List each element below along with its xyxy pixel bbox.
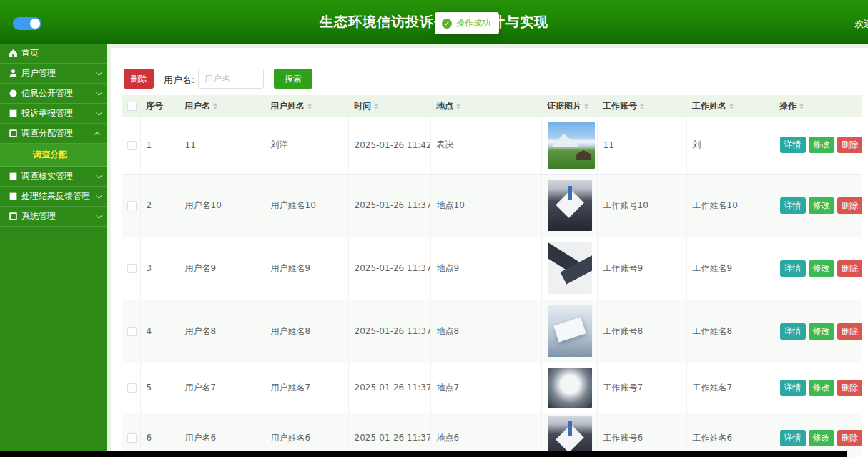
sort-carets-icon[interactable]	[456, 103, 460, 109]
cell-work_name: 工作姓名8	[686, 300, 774, 363]
column-header[interactable]: 用户名	[179, 95, 265, 117]
chevron-down-icon	[96, 172, 102, 178]
detail-button[interactable]: 详情	[780, 197, 806, 214]
delete-button[interactable]: 删除	[837, 197, 862, 214]
cell-place: 表决	[430, 117, 541, 174]
edit-button[interactable]: 修改	[809, 380, 834, 396]
sidebar-item[interactable]: 首页	[0, 44, 107, 64]
users-table: 序号用户名用户姓名时间地点证据图片工作账号工作姓名操作 111刘洋2025-01…	[122, 95, 862, 457]
table-row: 4用户名8用户姓名82025-01-26 11:37:12地点8工作账号8工作姓…	[122, 300, 862, 363]
username-search-input[interactable]	[198, 69, 264, 89]
square-outline-icon	[9, 129, 18, 138]
cell-username: 用户名8	[179, 300, 265, 363]
row-checkbox[interactable]	[127, 327, 137, 336]
cell-work_name: 工作姓名10	[686, 174, 774, 237]
evidence-image[interactable]	[548, 122, 595, 169]
bulk-delete-button[interactable]: 删除	[124, 69, 154, 89]
cell-index: 3	[140, 237, 179, 300]
home-icon	[9, 49, 18, 58]
detail-button[interactable]: 详情	[780, 323, 806, 340]
table-header-row: 序号用户名用户姓名时间地点证据图片工作账号工作姓名操作	[122, 95, 862, 117]
content-panel: 删除 用户名: 搜索 序号用户名用户姓名时间地点证据图片工作账号工作姓名操作 1…	[111, 48, 868, 457]
edit-button[interactable]: 修改	[809, 430, 834, 446]
sort-carets-icon[interactable]	[213, 103, 217, 109]
column-header-label: 地点	[436, 100, 453, 112]
column-header[interactable]: 证据图片	[541, 95, 597, 117]
detail-button[interactable]: 详情	[780, 380, 806, 396]
sidebar-item-label: 首页	[21, 47, 39, 59]
sidebar-item[interactable]: 处理结果反馈管理	[0, 187, 107, 207]
toast-success: ✓ 操作成功	[435, 12, 499, 34]
cell-account: 11	[597, 117, 686, 174]
sort-carets-icon[interactable]	[307, 103, 312, 109]
cell-index: 6	[140, 413, 179, 457]
welcome-text: 欢迎	[854, 18, 868, 31]
row-checkbox[interactable]	[127, 433, 137, 443]
sidebar-item-label: 投诉举报管理	[21, 107, 73, 119]
column-header[interactable]: 工作姓名	[686, 95, 774, 117]
row-checkbox[interactable]	[127, 201, 137, 210]
toggle-knob	[30, 19, 40, 29]
edit-button[interactable]: 修改	[809, 197, 834, 214]
cell-name: 用户姓名10	[265, 174, 348, 237]
chevron-down-icon	[96, 69, 102, 75]
cell-username: 用户名10	[179, 174, 265, 237]
row-checkbox[interactable]	[127, 264, 137, 273]
cell-index: 4	[140, 300, 179, 363]
row-checkbox[interactable]	[127, 141, 137, 150]
delete-button[interactable]: 删除	[837, 380, 862, 396]
cell-time: 2025-01-26 11:37:12	[348, 237, 430, 300]
sidebar-item[interactable]: 调查分配管理	[0, 124, 107, 144]
cell-place: 地点8	[430, 300, 541, 363]
delete-button[interactable]: 删除	[837, 137, 862, 153]
sidebar-subitem[interactable]: 调查分配	[0, 144, 107, 167]
column-header[interactable]: 操作	[774, 95, 862, 117]
column-header[interactable]: 时间	[348, 95, 430, 117]
cell-name: 用户姓名8	[265, 300, 348, 363]
cell-place: 地点7	[430, 363, 541, 413]
column-header-label: 时间	[354, 100, 371, 112]
sidebar-item[interactable]: 用户管理	[0, 64, 107, 84]
sidebar-item[interactable]: 信息公开管理	[0, 84, 107, 104]
edit-button[interactable]: 修改	[809, 323, 834, 340]
row-checkbox[interactable]	[127, 383, 137, 393]
select-all-checkbox[interactable]	[127, 102, 137, 111]
cell-username: 用户名7	[179, 363, 265, 413]
cell-account: 工作账号7	[597, 363, 686, 413]
delete-button[interactable]: 删除	[837, 430, 862, 446]
theme-toggle-switch[interactable]	[13, 17, 41, 30]
detail-button[interactable]: 详情	[780, 430, 806, 446]
delete-button[interactable]: 删除	[837, 323, 862, 340]
square-icon	[9, 172, 18, 181]
edit-button[interactable]: 修改	[809, 137, 834, 153]
toast-message: 操作成功	[456, 17, 490, 29]
column-header[interactable]: 地点	[430, 95, 541, 117]
sort-carets-icon[interactable]	[584, 103, 588, 109]
evidence-image[interactable]	[548, 305, 592, 357]
evidence-image[interactable]	[548, 368, 592, 408]
column-header-label: 证据图片	[547, 100, 581, 112]
cell-time: 2025-01-26 11:37:12	[348, 300, 430, 363]
sidebar-item-label: 用户管理	[21, 67, 56, 79]
evidence-image[interactable]	[548, 242, 592, 294]
evidence-image[interactable]	[548, 180, 592, 231]
sidebar-item[interactable]: 系统管理	[0, 207, 107, 227]
sort-carets-icon[interactable]	[640, 103, 644, 109]
column-header[interactable]: 用户姓名	[265, 95, 348, 117]
search-button[interactable]: 搜索	[274, 69, 312, 89]
cell-name: 用户姓名9	[265, 237, 348, 300]
sort-carets-icon[interactable]	[374, 103, 378, 109]
detail-button[interactable]: 详情	[780, 260, 806, 277]
delete-button[interactable]: 删除	[837, 260, 862, 277]
cell-time: 2025-01-26 11:42:56	[348, 117, 430, 174]
sort-carets-icon[interactable]	[799, 103, 804, 109]
user-icon	[9, 69, 18, 78]
edit-button[interactable]: 修改	[809, 260, 834, 277]
sidebar-item[interactable]: 投诉举报管理	[0, 104, 107, 124]
cell-index: 5	[140, 363, 179, 413]
sort-carets-icon[interactable]	[729, 103, 734, 109]
sidebar-item[interactable]: 调查核实管理	[0, 167, 107, 187]
column-header-label: 工作姓名	[692, 100, 726, 112]
column-header[interactable]: 工作账号	[597, 95, 686, 117]
detail-button[interactable]: 详情	[780, 137, 806, 153]
